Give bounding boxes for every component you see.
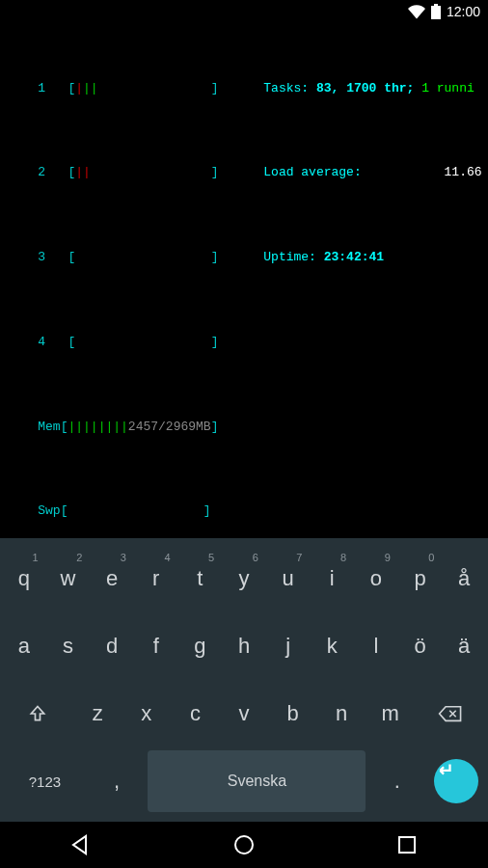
cpu4-label: 4 — [38, 335, 45, 349]
keyboard: 1q2w3e4r5t6y7u8i9o0på asdfghjklöä zxcvbn… — [0, 538, 488, 822]
key-e[interactable]: 3e — [92, 548, 132, 610]
key-m[interactable]: m — [367, 683, 413, 745]
key-w[interactable]: 2w — [48, 548, 89, 610]
key-v[interactable]: v — [222, 683, 267, 745]
key-x[interactable]: x — [124, 683, 170, 745]
load-label: Load average: — [263, 165, 361, 179]
key-b[interactable]: b — [270, 683, 315, 745]
key-a[interactable]: a — [4, 615, 44, 677]
mem-label: Mem — [38, 420, 60, 434]
period-key[interactable]: . — [369, 750, 424, 812]
cpu1-label: 1 — [38, 81, 45, 95]
cpu3-label: 3 — [38, 250, 45, 264]
key-d[interactable]: d — [92, 615, 132, 677]
key-t[interactable]: 5t — [180, 548, 221, 610]
key-n[interactable]: n — [319, 683, 365, 745]
enter-key[interactable] — [434, 759, 478, 803]
key-r[interactable]: 4r — [136, 548, 176, 610]
home-button[interactable] — [232, 833, 256, 856]
key-ä[interactable]: ä — [444, 615, 484, 677]
status-bar: 12:00 — [0, 0, 488, 23]
key-y[interactable]: 6y — [224, 548, 264, 610]
back-button[interactable] — [69, 833, 93, 856]
battery-icon — [431, 4, 441, 19]
key-k[interactable]: k — [312, 615, 352, 677]
nav-bar — [0, 822, 488, 868]
cpu2-label: 2 — [38, 165, 45, 179]
key-j[interactable]: j — [268, 615, 309, 677]
comma-key[interactable]: , — [90, 750, 145, 812]
key-o[interactable]: 9o — [356, 548, 396, 610]
shift-key[interactable] — [4, 683, 71, 745]
key-c[interactable]: c — [173, 683, 218, 745]
svg-point-2 — [235, 836, 253, 854]
tasks-label: Tasks: — [263, 81, 309, 95]
key-i[interactable]: 8i — [312, 548, 352, 610]
svg-rect-1 — [434, 4, 438, 6]
uptime-label: Uptime: — [263, 250, 316, 264]
key-q[interactable]: 1q — [4, 548, 44, 610]
svg-rect-0 — [431, 6, 441, 19]
key-ö[interactable]: ö — [400, 615, 441, 677]
key-p[interactable]: 0p — [400, 548, 441, 610]
key-s[interactable]: s — [48, 615, 89, 677]
key-f[interactable]: f — [136, 615, 176, 677]
key-h[interactable]: h — [224, 615, 264, 677]
backspace-key[interactable] — [417, 683, 484, 745]
overview-button[interactable] — [395, 833, 419, 856]
clock: 12:00 — [447, 4, 480, 19]
key-z[interactable]: z — [75, 683, 121, 745]
swp-label: Swp — [38, 503, 60, 518]
spacebar[interactable]: Svenska — [148, 750, 366, 812]
key-g[interactable]: g — [180, 615, 221, 677]
key-u[interactable]: 7u — [268, 548, 309, 610]
svg-rect-3 — [399, 837, 415, 853]
wifi-icon — [408, 4, 425, 19]
key-l[interactable]: l — [356, 615, 396, 677]
key-å[interactable]: å — [444, 548, 484, 610]
symbols-key[interactable]: ?123 — [4, 750, 86, 812]
